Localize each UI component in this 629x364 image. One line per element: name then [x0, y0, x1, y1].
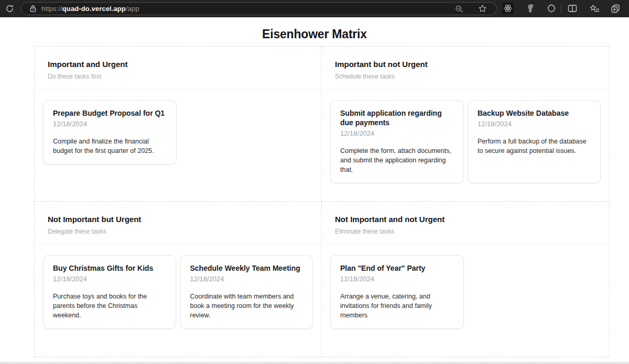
quadrant-subtitle: Do these tasks first — [48, 73, 308, 80]
extensions-puzzle-icon[interactable] — [546, 3, 557, 14]
task-date: 12/18/2024 — [340, 275, 454, 283]
task-description: Compile and finalize the financial budge… — [53, 137, 167, 156]
quadrant: Not Important and not Urgent Eliminate t… — [322, 202, 609, 357]
task-title: Prepare Budget Proposal for Q1 — [53, 109, 167, 118]
matrix: Important and Urgent Do these tasks firs… — [34, 46, 610, 357]
task-description: Complete the form, attach documents, and… — [340, 146, 453, 174]
quadrant-header: Not Important but Urgent Delegate these … — [35, 202, 321, 235]
task-card-list: Plan "End of Year" Party 12/18/2024 Arra… — [322, 245, 609, 329]
quadrant-title: Important and Urgent — [48, 60, 308, 69]
toolbar-separator — [561, 4, 561, 13]
task-date: 12/18/2024 — [53, 275, 166, 283]
url-path: /app — [126, 5, 139, 13]
task-description: Coordinate with team members and book a … — [190, 292, 303, 320]
zoom-icon[interactable] — [453, 3, 465, 15]
task-card[interactable]: Submit application regarding due payment… — [330, 100, 463, 183]
quadrant: Important but not Urgent Schedule these … — [322, 47, 609, 202]
task-card[interactable]: Schedule Weekly Team Meeting 12/18/2024 … — [180, 255, 313, 329]
task-card-list: Prepare Budget Proposal for Q1 12/18/202… — [35, 90, 321, 164]
task-title: Buy Christmas Gifts for Kids — [53, 264, 166, 273]
task-card-list: Submit application regarding due payment… — [322, 90, 609, 183]
split-screen-icon[interactable] — [567, 3, 578, 14]
task-date: 12/18/2024 — [340, 129, 453, 137]
task-title: Submit application regarding due payment… — [340, 109, 453, 128]
bookmark-star-icon[interactable] — [476, 3, 488, 15]
task-card-list: Buy Christmas Gifts for Kids 12/18/2024 … — [35, 245, 321, 329]
task-date: 12/18/2024 — [190, 275, 303, 283]
task-title: Backup Website Database — [478, 109, 591, 118]
quadrant: Not Important but Urgent Delegate these … — [35, 202, 322, 357]
task-date: 12/18/2024 — [478, 120, 591, 128]
address-bar[interactable]: https://quad-do.vercel.app/app — [21, 2, 497, 15]
quadrant-title: Important but not Urgent — [335, 60, 596, 69]
reload-icon — [5, 4, 14, 13]
window-bottom-edge — [0, 361, 629, 364]
reload-button[interactable] — [4, 3, 15, 14]
react-devtools-extension-icon[interactable] — [502, 3, 514, 14]
page-content: Eisenhower Matrix Important and Urgent D… — [0, 17, 629, 364]
quadrant-title: Not Important but Urgent — [48, 215, 308, 224]
favorites-icon[interactable] — [589, 3, 600, 14]
toolbar-right — [497, 0, 629, 17]
quadrant-subtitle: Eliminate these tasks — [335, 228, 596, 235]
task-title: Plan "End of Year" Party — [340, 264, 454, 273]
page-title: Eisenhower Matrix — [0, 27, 629, 41]
mascot-extension-icon[interactable] — [525, 3, 536, 14]
browser-toolbar: https://quad-do.vercel.app/app — [0, 0, 629, 17]
task-card[interactable]: Backup Website Database 12/18/2024 Perfo… — [468, 100, 601, 183]
url-text[interactable]: https://quad-do.vercel.app/app — [41, 5, 139, 13]
task-description: Perform a full backup of the database to… — [478, 137, 591, 156]
quadrant-header: Not Important and not Urgent Eliminate t… — [322, 202, 609, 235]
task-card[interactable]: Prepare Budget Proposal for Q1 12/18/202… — [43, 100, 177, 164]
task-card[interactable]: Plan "End of Year" Party 12/18/2024 Arra… — [330, 255, 464, 329]
quadrant: Important and Urgent Do these tasks firs… — [35, 47, 322, 202]
task-card[interactable]: Buy Christmas Gifts for Kids 12/18/2024 … — [43, 255, 176, 329]
quadrant-header: Important and Urgent Do these tasks firs… — [35, 47, 321, 80]
url-scheme: https:// — [41, 5, 62, 13]
quadrant-header: Important but not Urgent Schedule these … — [322, 47, 609, 80]
url-domain: quad-do.vercel.app — [62, 5, 126, 13]
collections-icon[interactable] — [610, 3, 621, 14]
lock-icon[interactable] — [29, 5, 37, 13]
task-description: Arrange a venue, catering, and invitatio… — [340, 292, 454, 320]
task-date: 12/18/2024 — [53, 120, 167, 128]
task-title: Schedule Weekly Team Meeting — [190, 264, 303, 273]
quadrant-title: Not Important and not Urgent — [335, 215, 596, 224]
quadrant-subtitle: Schedule these tasks — [335, 73, 596, 80]
task-description: Purchase toys and books for the parents … — [53, 292, 166, 320]
quadrant-subtitle: Delegate these tasks — [48, 228, 308, 235]
